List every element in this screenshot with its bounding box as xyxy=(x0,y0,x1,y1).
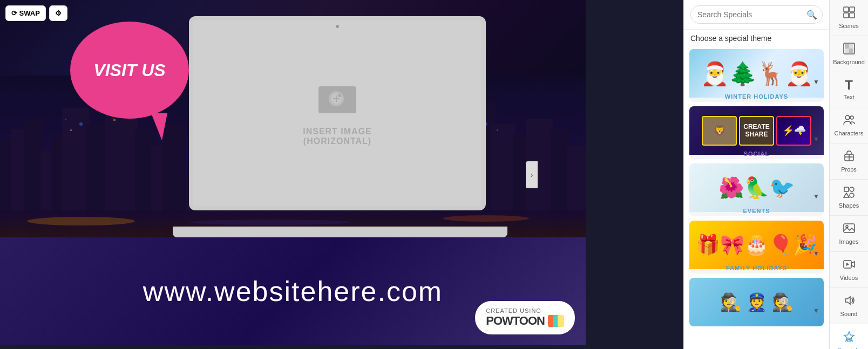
laptop-base xyxy=(173,227,507,237)
svg-rect-62 xyxy=(844,224,855,232)
social-img-1: 🦁 xyxy=(702,116,737,146)
shapes-icon xyxy=(843,186,855,200)
powtoon-created-text: CREATED USING POWTOON xyxy=(486,307,564,328)
laptop-camera-dot xyxy=(336,25,339,28)
svg-marker-65 xyxy=(851,262,855,267)
theme-events-image: 🌺🦜🐦 ▼ xyxy=(689,163,824,212)
canvas-toolbar: ⟳ SWAP ⚙ xyxy=(5,5,67,21)
right-sidebar: Scenes Background T Text Characters xyxy=(829,0,868,349)
theme-winter-image: 🎅🌲🦌🎅 ▼ xyxy=(689,49,824,98)
speech-bubble[interactable]: VISIT US xyxy=(70,22,189,119)
social-label: SOCIAL xyxy=(689,148,824,159)
svg-point-41 xyxy=(338,94,341,97)
scenes-icon xyxy=(843,6,855,20)
specials-search-area: 🔍 xyxy=(684,0,829,30)
sidebar-item-scenes[interactable]: Scenes xyxy=(830,0,868,36)
svg-point-54 xyxy=(850,116,853,119)
theme-mystery-chevron: ▼ xyxy=(813,307,819,314)
powtoon-logo-text: POWTOON xyxy=(486,314,545,328)
sound-icon xyxy=(843,295,855,309)
svg-rect-52 xyxy=(849,49,853,53)
characters-icon xyxy=(843,114,855,128)
specials-search-input[interactable] xyxy=(690,5,823,24)
family-label-area: FAMILY HOLIDAYS xyxy=(689,269,824,273)
svg-point-59 xyxy=(850,187,854,191)
sidebar-item-characters[interactable]: Characters xyxy=(830,107,868,143)
videos-icon xyxy=(843,258,855,272)
family-emoji: 🎁🎀🎂🎈🎉 xyxy=(696,234,817,256)
images-label: Images xyxy=(839,238,858,245)
svg-marker-60 xyxy=(844,193,849,197)
theme-social[interactable]: 🦁 CREATESHARE ⚡🌩️ ▼ SOCIAL xyxy=(689,106,824,159)
specials-icon xyxy=(843,331,855,345)
sound-label: Sound xyxy=(840,311,858,317)
theme-social-image: 🦁 CREATESHARE ⚡🌩️ ▼ xyxy=(689,106,824,155)
insert-image-label: INSERT IMAGE (HORIZONTAL) xyxy=(303,127,372,146)
theme-mystery-image: 🕵️ 👮 🕵️ ▼ xyxy=(689,278,824,326)
search-button[interactable]: 🔍 xyxy=(806,10,817,20)
svg-point-53 xyxy=(845,115,850,120)
insert-icon xyxy=(316,81,359,121)
laptop-container: INSERT IMAGE (HORIZONTAL) xyxy=(162,16,569,237)
shapes-label: Shapes xyxy=(839,202,859,209)
bubble-tail xyxy=(151,113,167,140)
specials-label: Specials xyxy=(838,347,860,349)
text-label: Text xyxy=(843,94,854,100)
background-icon xyxy=(843,43,855,57)
website-url: www.websitehere.com xyxy=(143,275,443,307)
props-icon xyxy=(843,150,855,164)
bubble-text: VISIT US xyxy=(93,60,165,80)
events-label-area: EVENTS xyxy=(689,212,824,216)
mystery-content: 🕵️ 👮 🕵️ xyxy=(720,292,794,312)
sidebar-item-background[interactable]: Background xyxy=(830,36,868,72)
text-icon: T xyxy=(845,79,853,92)
settings-button[interactable]: ⚙ xyxy=(49,5,67,21)
sidebar-item-images[interactable]: Images xyxy=(830,216,868,252)
svg-marker-66 xyxy=(846,263,849,266)
specials-panel: 🔍 Choose a special theme 🎅🌲🦌🎅 ▼ WINTER H… xyxy=(683,0,829,349)
sidebar-item-shapes[interactable]: Shapes xyxy=(830,180,868,216)
bubble-shape: VISIT US xyxy=(70,22,189,119)
theme-family-chevron: ▼ xyxy=(813,250,819,257)
events-emoji: 🌺🦜🐦 xyxy=(718,176,795,200)
social-label-area: SOCIAL xyxy=(689,155,824,159)
laptop-screen[interactable]: INSERT IMAGE (HORIZONTAL) xyxy=(189,16,486,210)
swap-button[interactable]: ⟳ SWAP xyxy=(5,5,46,21)
social-img-3: ⚡🌩️ xyxy=(776,116,811,146)
theme-events-chevron: ▼ xyxy=(813,193,819,200)
images-icon xyxy=(843,222,855,236)
family-label: FAMILY HOLIDAYS xyxy=(689,263,824,273)
theme-events[interactable]: 🌺🦜🐦 ▼ EVENTS xyxy=(689,163,824,216)
theme-winter-holidays[interactable]: 🎅🌲🦌🎅 ▼ WINTER HOLIDAYS xyxy=(689,49,824,102)
slide-canvas: VISIT US xyxy=(0,0,586,345)
bottom-section: www.websitehere.com CREATED USING POWTOO… xyxy=(0,237,586,345)
sidebar-item-videos[interactable]: Videos xyxy=(830,252,868,288)
winter-label: WINTER HOLIDAYS xyxy=(689,91,824,102)
characters-label: Characters xyxy=(835,130,864,136)
props-label: Props xyxy=(841,166,857,173)
theme-family-holidays[interactable]: 🎁🎀🎂🎈🎉 ▼ FAMILY HOLIDAYS xyxy=(689,221,824,273)
svg-rect-45 xyxy=(844,7,849,12)
winter-emoji: 🎅🌲🦌🎅 xyxy=(701,60,813,87)
sidebar-item-sound[interactable]: Sound xyxy=(830,288,868,324)
theme-social-chevron: ▼ xyxy=(813,135,819,143)
theme-mystery[interactable]: 🕵️ 👮 🕵️ ▼ xyxy=(689,278,824,326)
social-img-2: CREATESHARE xyxy=(739,116,774,146)
events-label: EVENTS xyxy=(689,206,824,216)
social-content: 🦁 CREATESHARE ⚡🌩️ xyxy=(702,116,811,146)
svg-rect-47 xyxy=(844,13,849,18)
theme-winter-chevron: ▼ xyxy=(813,78,819,86)
powtoon-badge: CREATED USING POWTOON xyxy=(475,301,575,334)
theme-family-image: 🎁🎀🎂🎈🎉 ▼ xyxy=(689,221,824,269)
sidebar-item-specials[interactable]: Specials xyxy=(830,324,868,349)
sidebar-item-text[interactable]: T Text xyxy=(830,72,868,107)
sidebar-item-props[interactable]: Props xyxy=(830,143,868,180)
themes-list: 🎅🌲🦌🎅 ▼ WINTER HOLIDAYS 🦁 CREATESHARE ⚡🌩️… xyxy=(684,47,829,349)
powtoon-logo-icon xyxy=(548,315,564,327)
winter-label-area: WINTER HOLIDAYS xyxy=(689,98,824,102)
search-wrapper: 🔍 xyxy=(690,5,823,24)
svg-rect-61 xyxy=(850,193,854,197)
collapse-panel-arrow[interactable]: › xyxy=(526,161,538,188)
videos-label: Videos xyxy=(840,275,858,281)
scenes-label: Scenes xyxy=(839,23,859,29)
